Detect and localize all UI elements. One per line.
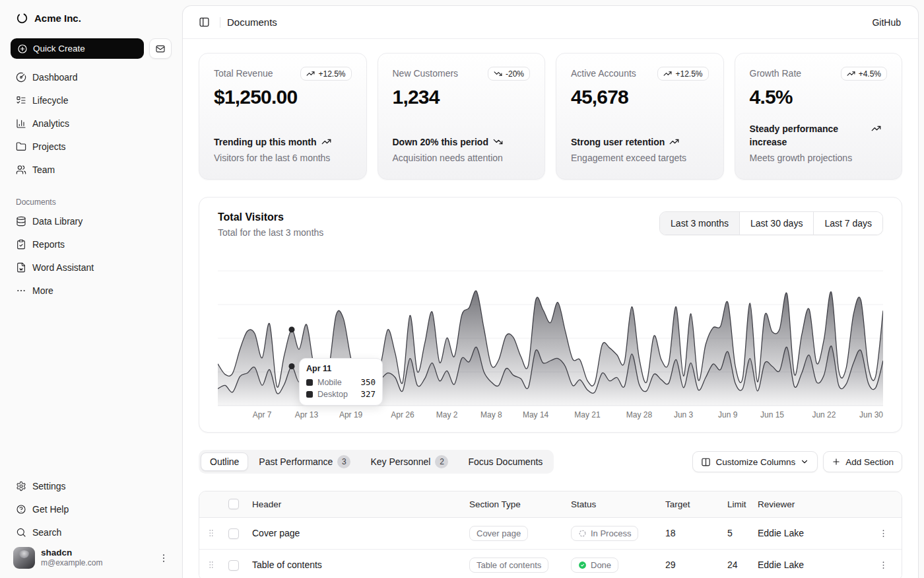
user-name: shadcn xyxy=(41,548,152,558)
row-actions-ellipsis-icon[interactable] xyxy=(870,528,896,538)
nav-label: Data Library xyxy=(32,216,82,227)
range-last-7-days[interactable]: Last 7 days xyxy=(813,212,882,235)
trend-badge: +12.5% xyxy=(300,67,351,81)
tooltip-date: Apr 11 xyxy=(306,364,376,373)
sidebar-item-get-help[interactable]: Get Help xyxy=(11,499,172,520)
sidebar-item-settings[interactable]: Settings xyxy=(11,476,172,497)
x-axis-tick: Jun 30 xyxy=(859,410,883,419)
row-checkbox[interactable] xyxy=(228,528,239,539)
reviewer-cell[interactable]: Eddie Lake xyxy=(752,549,865,578)
quick-create-label: Quick Create xyxy=(33,44,85,54)
clipboard-icon xyxy=(16,239,26,250)
mail-icon xyxy=(155,44,166,54)
badge-value: +4.5% xyxy=(859,69,881,79)
x-axis-tick: Apr 7 xyxy=(253,410,272,419)
customize-columns-button[interactable]: Customize Columns xyxy=(692,451,818,472)
sidebar-item-projects[interactable]: Projects xyxy=(11,136,172,157)
tab-focus-documents[interactable]: Focus Documents xyxy=(459,452,552,471)
status-badge: Done xyxy=(571,558,618,573)
tab-key-personnel[interactable]: Key Personnel 2 xyxy=(361,451,457,472)
stat-value: 4.5% xyxy=(750,86,888,108)
row-actions-ellipsis-icon[interactable] xyxy=(870,560,896,570)
trending-up-icon xyxy=(663,69,672,78)
add-section-label: Add Section xyxy=(845,457,894,467)
nav-label: Lifecycle xyxy=(32,95,68,106)
badge-value: +12.5% xyxy=(318,69,345,79)
drag-handle-icon[interactable] xyxy=(205,560,218,569)
check-circle-icon xyxy=(578,561,587,569)
github-link[interactable]: GitHub xyxy=(867,13,906,32)
table-row: Cover page Cover page In Process 18 5 Ed… xyxy=(199,517,902,549)
stat-footer-line2: Visitors for the last 6 months xyxy=(214,151,352,164)
sidebar-item-more[interactable]: More xyxy=(11,280,172,301)
range-toggle-group: Last 3 months Last 30 days Last 7 days xyxy=(659,211,883,235)
tab-label: Focus Documents xyxy=(468,456,543,467)
desktop-swatch-icon xyxy=(306,391,313,398)
section-type-badge: Table of contents xyxy=(469,558,548,573)
table-row: Table of contents Table of contents Done… xyxy=(199,549,902,578)
stat-value: 1,234 xyxy=(393,86,531,108)
tab-outline[interactable]: Outline xyxy=(201,452,248,471)
column-header: Section Type xyxy=(464,491,566,517)
x-axis-tick: May 28 xyxy=(626,410,653,419)
x-axis-tick: Apr 26 xyxy=(391,410,414,419)
row-header-cell[interactable]: Table of contents xyxy=(247,549,464,578)
column-header: Header xyxy=(247,491,464,517)
sidebar-item-data-library[interactable]: Data Library xyxy=(11,211,172,232)
badge-value: -20% xyxy=(506,69,524,79)
avatar xyxy=(13,547,35,569)
limit-cell[interactable]: 5 xyxy=(722,517,752,549)
sidebar-item-analytics[interactable]: Analytics xyxy=(11,113,172,134)
sidebar-item-lifecycle[interactable]: Lifecycle xyxy=(11,90,172,111)
tab-past-performance[interactable]: Past Performance 3 xyxy=(249,451,360,472)
row-checkbox[interactable] xyxy=(228,560,239,571)
user-menu[interactable]: shadcn m@example.com xyxy=(11,543,172,569)
footer-nav: Settings Get Help Search xyxy=(11,476,172,543)
status-label: In Process xyxy=(591,528,631,538)
stat-footer-line1: Steady performance increase xyxy=(750,122,867,149)
stat-card-growth-rate: Growth Rate +4.5% 4.5% Steady performanc… xyxy=(735,53,903,180)
limit-cell[interactable]: 24 xyxy=(722,549,752,578)
x-axis-tick: Jun 9 xyxy=(718,410,738,419)
x-axis-tick: Jun 22 xyxy=(812,410,836,419)
ellipsis-vertical-icon[interactable] xyxy=(158,553,169,563)
row-header-cell[interactable]: Cover page xyxy=(247,517,464,549)
documents-section-label: Documents xyxy=(11,198,172,211)
sidebar-item-team[interactable]: Team xyxy=(11,159,172,180)
x-axis-tick: Apr 13 xyxy=(295,410,319,419)
target-cell[interactable]: 29 xyxy=(660,549,722,578)
mobile-swatch-icon xyxy=(306,379,313,386)
target-cell[interactable]: 18 xyxy=(660,517,722,549)
tabs-row: Outline Past Performance 3 Key Personnel… xyxy=(199,450,902,474)
sidebar-item-search[interactable]: Search xyxy=(11,522,172,543)
x-axis-tick: Jun 15 xyxy=(760,410,784,419)
chart-title: Total Visitors xyxy=(218,211,323,223)
select-all-checkbox[interactable] xyxy=(228,499,239,509)
tooltip-series-label: Mobile xyxy=(317,378,356,387)
brand-name: Acme Inc. xyxy=(34,13,81,24)
inbox-button[interactable] xyxy=(149,38,172,59)
columns-icon xyxy=(701,457,711,467)
customize-columns-label: Customize Columns xyxy=(715,457,795,467)
column-header: Status xyxy=(566,491,660,517)
page-title: Documents xyxy=(227,17,277,28)
main-panel: Documents GitHub Total Revenue +12.5% $1… xyxy=(182,5,919,578)
column-header: Target xyxy=(660,491,722,517)
reviewer-cell[interactable]: Eddie Lake xyxy=(752,517,865,549)
add-section-button[interactable]: Add Section xyxy=(823,451,902,472)
range-last-3-months[interactable]: Last 3 months xyxy=(660,212,739,235)
range-last-30-days[interactable]: Last 30 days xyxy=(739,212,813,235)
nav-label: Reports xyxy=(32,239,65,250)
drag-handle-icon[interactable] xyxy=(205,528,218,538)
section-type-badge: Cover page xyxy=(469,526,528,541)
stat-label: New Customers xyxy=(393,67,459,79)
sidebar-toggle-button[interactable] xyxy=(195,13,213,32)
trending-down-icon xyxy=(494,69,502,78)
sidebar-item-reports[interactable]: Reports xyxy=(11,234,172,255)
area-chart[interactable]: Apr 7Apr 13Apr 19Apr 26May 2May 8May 14M… xyxy=(218,266,883,421)
trend-badge: -20% xyxy=(488,67,530,81)
brand[interactable]: Acme Inc. xyxy=(11,9,172,27)
quick-create-button[interactable]: Quick Create xyxy=(11,38,144,59)
sidebar-item-word-assistant[interactable]: Word Assistant xyxy=(11,257,172,278)
sidebar-item-dashboard[interactable]: Dashboard xyxy=(11,67,172,88)
